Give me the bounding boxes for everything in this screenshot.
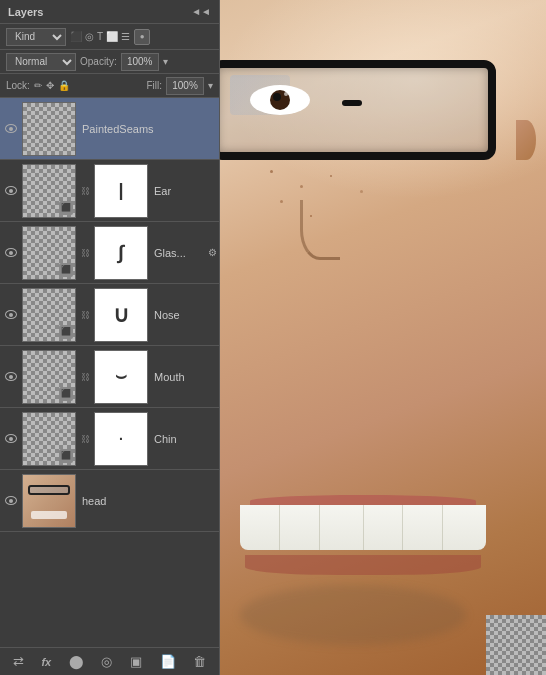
layer-link-area: ⛓ [78,186,92,196]
layers-panel: Layers ◄◄ Kind ⬛ ◎ T ⬜ ☰ ● Normal Opacit… [0,0,220,675]
panel-collapse-arrows[interactable]: ◄◄ [191,6,211,17]
layer-thumbnail: ⬛ [22,288,76,342]
new-layer-button[interactable]: 📄 [156,652,180,671]
eye-area [250,85,310,115]
filter-icons: ⬛ ◎ T ⬜ ☰ [70,31,130,42]
panel-header: Layers ◄◄ [0,0,219,24]
blend-mode-dropdown[interactable]: Normal [6,53,76,71]
layer-mask-thumbnail: | [94,164,148,218]
fill-input[interactable] [166,77,204,95]
eye-icon [5,434,17,443]
layer-visibility-btn[interactable] [2,470,20,532]
mask-white-bg: ⌣ [95,351,147,403]
toggle-indicator: ● [140,32,145,41]
layer-link-area: ⛓ [78,310,92,320]
layer-row[interactable]: ⬛ ⛓ | Ear [0,160,219,222]
layer-row[interactable]: PaintedSeams [0,98,219,160]
mask-symbol: | [118,180,123,201]
iris [270,90,290,110]
filter-bar: Kind ⬛ ◎ T ⬜ ☰ ● [0,24,219,50]
filter-toggle[interactable]: ● [134,29,150,45]
layer-mask-thumbnail: ∪ [94,288,148,342]
thumb-teeth [31,511,67,519]
opacity-input[interactable] [121,53,159,71]
lock-bar: Lock: ✏ ✥ 🔒 Fill: ▾ [0,74,219,98]
photo-thumbnail [23,475,75,527]
link-button[interactable]: ⇄ [9,652,28,671]
opacity-dropdown-arrow[interactable]: ▾ [163,56,168,67]
layers-list: PaintedSeams ⬛ ⛓ | Ear [0,98,219,647]
lock-label: Lock: [6,80,30,91]
transparent-checker: ⬛ [23,413,75,465]
pixel-filter-icon[interactable]: ⬛ [70,31,82,42]
mask-symbol: ⌣ [115,366,127,387]
eye-icon [5,124,17,133]
lock-pixel-icon[interactable]: ✏ [34,80,42,91]
adjustment-filter-icon[interactable]: ◎ [85,31,94,42]
mask-white-bg: ∪ [95,289,147,341]
link-chain-icon: ⛓ [81,372,90,382]
smart-object-badge: ⬛ [59,263,73,277]
mask-symbol: ∫ [118,241,123,264]
eye-icon [5,186,17,195]
layer-visibility-btn[interactable] [2,160,20,222]
type-filter-icon[interactable]: T [97,31,103,42]
filter-dropdown[interactable]: Kind [6,28,66,46]
smart-object-badge: ⬛ [59,449,73,463]
layer-mask-thumbnail: ⌣ [94,350,148,404]
link-chain-icon: ⛓ [81,310,90,320]
group-button[interactable]: ▣ [126,652,146,671]
layer-visibility-btn[interactable] [2,222,20,284]
fx-button[interactable]: fx [37,654,55,670]
layer-row[interactable]: ⬛ ⛓ · Chin [0,408,219,470]
transparent-checker: ⬛ [23,289,75,341]
tooth-divider [442,505,443,550]
layer-thumbnail [22,102,76,156]
transparent-checker: ⬛ [23,227,75,279]
transparent-checker: ⬛ [23,351,75,403]
layer-mask-thumbnail: · [94,412,148,466]
lock-position-icon[interactable]: ✥ [46,80,54,91]
mask-white-bg: · [95,413,147,465]
smart-object-badge: ⬛ [59,325,73,339]
photo-preview [220,0,546,675]
settings-indicator[interactable]: ⚙ [208,247,217,258]
smart-object-badge: ⬛ [59,387,73,401]
layer-thumbnail [22,474,76,528]
mask-button[interactable]: ⬤ [65,652,88,671]
delete-button[interactable]: 🗑 [189,652,210,671]
layer-name: Chin [150,433,217,445]
tooth-divider [402,505,403,550]
fill-label: Fill: [146,80,162,91]
opacity-label: Opacity: [80,56,117,67]
eye-icon [5,372,17,381]
fill-dropdown-arrow[interactable]: ▾ [208,80,213,91]
layer-row[interactable]: head [0,470,219,532]
layer-visibility-btn[interactable] [2,284,20,346]
glasses-bridge [342,100,362,106]
layer-visibility-btn[interactable] [2,346,20,408]
tooth-divider [319,505,320,550]
layer-thumbnail: ⬛ [22,350,76,404]
layer-visibility-btn[interactable] [2,408,20,470]
layer-visibility-btn[interactable] [2,98,20,160]
layer-row[interactable]: ⬛ ⛓ ∪ Nose [0,284,219,346]
lock-all-icon[interactable]: 🔒 [58,80,70,91]
layer-link-area: ⛓ [78,248,92,258]
shape-filter-icon[interactable]: ⬜ [106,31,118,42]
mouth-area [240,495,486,575]
mask-white-bg: | [95,165,147,217]
adjustment-button[interactable]: ◎ [97,652,116,671]
layer-link-area: ⛓ [78,434,92,444]
pupil [273,93,281,101]
teeth [240,505,486,550]
smart-filter-icon[interactable]: ☰ [121,31,130,42]
layer-name: Mouth [150,371,217,383]
layer-mask-thumbnail: ∫ [94,226,148,280]
link-chain-icon: ⛓ [81,248,90,258]
layer-row[interactable]: ⬛ ⛓ ⌣ Mouth [0,346,219,408]
layer-row[interactable]: ⬛ ⛓ ∫ Glas... ⚙ [0,222,219,284]
panel-title: Layers [8,6,43,18]
layer-name: head [78,495,217,507]
mask-white-bg: ∫ [95,227,147,279]
